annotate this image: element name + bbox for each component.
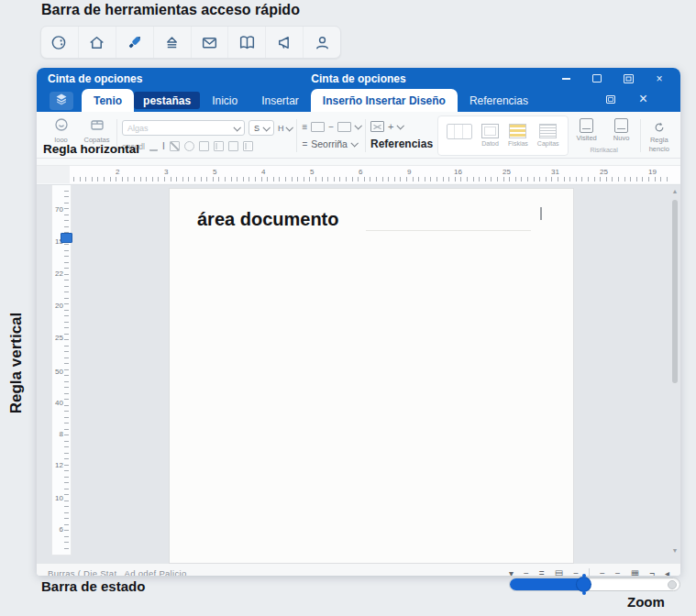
- home-button[interactable]: [79, 27, 116, 58]
- underline-icon[interactable]: [149, 142, 158, 151]
- print-layout-icon[interactable]: ▤: [555, 568, 563, 577]
- vertical-ruler[interactable]: 70 15 22 20 25 50 40 8 12 10 6: [51, 185, 72, 556]
- document-page[interactable]: área documento: [170, 189, 573, 563]
- text-effects-icon[interactable]: [184, 141, 194, 151]
- web-layout-icon[interactable]: −: [573, 568, 579, 577]
- add-icon[interactable]: +: [388, 121, 393, 132]
- v-ruler-number: 12: [55, 461, 63, 469]
- text-style-icon: [539, 124, 557, 138]
- h-ruler-number: 25: [503, 168, 511, 176]
- status-bar-annotation: Barra de estado: [41, 578, 145, 594]
- mail-button[interactable]: [192, 27, 229, 58]
- line-icon: =: [302, 139, 307, 149]
- nuevo-button[interactable]: Nuvo: [608, 118, 635, 142]
- paragraph-group: ≡ − = Seorriña: [300, 115, 362, 157]
- close-document-button[interactable]: ×: [639, 91, 647, 107]
- copy-button[interactable]: Copatas: [80, 116, 114, 144]
- ribbon-annotation-left: Cinta de opciones: [48, 72, 142, 85]
- zoom-out-icon[interactable]: −: [524, 568, 529, 577]
- gallery-item-capitas[interactable]: Capitas: [537, 124, 559, 148]
- h-ruler-number: 6: [359, 168, 362, 176]
- shading-icon[interactable]: [228, 141, 238, 151]
- zoom-slider-end-dot: [668, 580, 677, 589]
- font-size-select[interactable]: S: [249, 120, 274, 136]
- dropdown-icon[interactable]: ▾: [509, 568, 514, 577]
- horizontal-ruler[interactable]: 2 3 5 4 5 6 9 16 25 31 25 19: [37, 165, 680, 183]
- person-button[interactable]: [304, 27, 340, 58]
- highlight-icon[interactable]: [199, 141, 209, 151]
- tab-pestanas-label: pestañas: [143, 94, 191, 107]
- app-menu-button[interactable]: [50, 92, 73, 110]
- align-left-icon[interactable]: ≡: [302, 122, 307, 132]
- symbol-icon[interactable]: [243, 141, 253, 151]
- h-ruler-number: 5: [310, 168, 314, 176]
- scroll-up-icon[interactable]: ▲: [672, 187, 679, 196]
- zoom-slider[interactable]: [509, 578, 680, 591]
- document-buttons-group: Visited Nuvo Risrikacal: [571, 115, 637, 157]
- border-icon[interactable]: [214, 141, 224, 151]
- gallery-item-datod[interactable]: Datod: [481, 124, 499, 148]
- scrollbar-thumb[interactable]: [672, 200, 678, 383]
- expand-ribbon-button[interactable]: [606, 95, 615, 104]
- table-style-icon: [447, 124, 472, 139]
- paste-button[interactable]: Iooo: [44, 116, 78, 144]
- tab-pestanas[interactable]: pestañas: [134, 92, 200, 109]
- expand-icon: [606, 95, 615, 104]
- minimize-button[interactable]: [550, 68, 581, 89]
- styles-gallery: Datod Fiskias Capitas: [437, 116, 569, 156]
- draft-view-icon[interactable]: −: [615, 568, 621, 577]
- h-ruler-number: 2: [116, 168, 119, 176]
- strikethrough-icon[interactable]: [170, 141, 180, 151]
- insert-object-icon[interactable]: [370, 121, 384, 132]
- borders-icon[interactable]: [337, 122, 351, 132]
- chevron-down-icon[interactable]: [397, 122, 404, 129]
- case-button[interactable]: H: [278, 124, 293, 133]
- outline-view-icon[interactable]: −: [589, 568, 605, 577]
- view-controls: ▾ − = ▤ − − − ▦ ¬ ◂: [509, 568, 669, 577]
- restore-button[interactable]: [581, 68, 613, 89]
- zoom-slider-fill: [510, 578, 585, 590]
- indent-icon[interactable]: [311, 122, 325, 132]
- v-ruler-number: 25: [55, 334, 63, 342]
- spacing-icon[interactable]: −: [328, 122, 334, 132]
- book-button[interactable]: [228, 27, 266, 58]
- read-mode-icon[interactable]: =: [539, 568, 545, 577]
- format-painter-button[interactable]: [116, 27, 154, 58]
- close-button[interactable]: ×: [644, 68, 675, 89]
- chevron-down-icon[interactable]: [355, 122, 362, 129]
- ruler-toggle-button[interactable]: Regla hencio: [644, 116, 676, 157]
- maximize-button[interactable]: [613, 68, 644, 89]
- gallery-item-table[interactable]: [447, 124, 472, 148]
- grid-view-icon[interactable]: ▦: [631, 568, 639, 577]
- font-size-value: S: [254, 124, 260, 133]
- italic-icon[interactable]: I: [162, 141, 165, 151]
- visited-button[interactable]: Visited: [573, 118, 601, 142]
- tab-insertar[interactable]: Insertar: [249, 89, 311, 112]
- text-cursor: [540, 207, 542, 220]
- tab-inicio[interactable]: Inicio: [200, 89, 249, 112]
- gallery-item-label: Fiskias: [508, 140, 528, 148]
- maximize-icon: [624, 74, 634, 83]
- scroll-down-icon[interactable]: ▼: [672, 546, 679, 556]
- eject-save-icon: [162, 33, 182, 52]
- fit-page-icon[interactable]: ¬: [649, 568, 655, 577]
- gallery-item-fiskias[interactable]: Fiskias: [508, 124, 528, 148]
- megaphone-button[interactable]: [266, 27, 304, 58]
- v-ruler-number: 10: [55, 494, 63, 502]
- document-canvas: 70 15 22 20 25 50 40 8 12 10 6 área docu…: [37, 185, 680, 563]
- font-name-select[interactable]: Algas: [122, 120, 245, 136]
- tab-referencias[interactable]: Referencias: [458, 89, 540, 112]
- eject-save-button[interactable]: [154, 27, 192, 58]
- history-button[interactable]: [41, 27, 79, 58]
- vertical-scrollbar[interactable]: ▲ ▼: [670, 187, 679, 556]
- mail-icon: [200, 33, 219, 52]
- line-style-control[interactable]: = Seorriña: [302, 138, 360, 149]
- tab-diseno[interactable]: Inserño Insertar Diseño: [311, 89, 458, 112]
- person-icon: [313, 33, 332, 52]
- history-clock-icon: [50, 33, 69, 52]
- vertical-ruler-annotation: Regla vertical: [7, 294, 26, 432]
- zoom-in-icon[interactable]: ◂: [665, 568, 669, 577]
- margin-marker[interactable]: [61, 233, 72, 243]
- tab-menu[interactable]: Tenio: [82, 89, 134, 112]
- window-controls: ×: [550, 68, 680, 89]
